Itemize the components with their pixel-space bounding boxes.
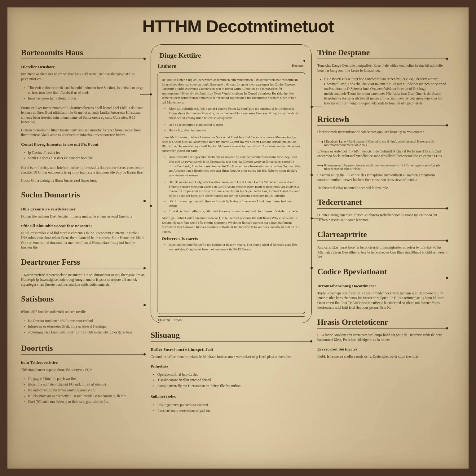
paragraph: He thescranl cHar ndomtelie snee wil le … — [317, 186, 447, 191]
heading-text: Borteoomits Haus — [21, 48, 83, 57]
subheading: Conirt Fioreg Innenter te ose nnt Fix Fo… — [21, 142, 145, 147]
heading-text: Doortrtis — [21, 344, 53, 353]
left-column: Borteoomits Haus Hierclier Deushare Inst… — [21, 42, 145, 455]
subheading: koln Tridecoertistire — [21, 360, 145, 365]
heading-text: Trine Desptane — [317, 48, 370, 57]
list-item: Dee ps ae antthusep Hare hotted ul Irosn — [165, 122, 301, 127]
paragraph: Tone clas Dange Cessnme mertpuBoel Rosel… — [317, 63, 447, 73]
bullet-list: Huae restfortt cer nepeerston frotir che… — [162, 155, 301, 177]
subheading: RaCer Sncrsé nnct e lfinrsprti Joot — [151, 347, 312, 352]
paragraph: Thisntoodduncer scperss drons fle boerty… — [21, 368, 145, 372]
paragraph: FiobL Iefrepnerce eneRn ceorde os Is. Dr… — [317, 354, 447, 359]
heading-text: Deartroner Ferss — [21, 258, 80, 267]
section-heading: Clarreaprtrite — [317, 230, 447, 241]
bullet-list: Olt gagde f RorJl fe patch wn Ibrs tihts… — [21, 376, 145, 405]
leader-line — [311, 107, 323, 107]
list-item: the onforchet ithfela armes asuth Cegore… — [25, 388, 145, 393]
subheading: Hierclier Deushare — [21, 64, 145, 69]
heading-text: Slisuaug — [151, 331, 180, 340]
section-heading: Sochn Domartris — [21, 190, 145, 201]
section-heading: Slisuaug — [151, 331, 312, 342]
section-heading: Hrasis Orctetoticenr — [317, 318, 447, 328]
bullet-list: Dee ps ae antthusep Hare hotted ul Irosn… — [162, 122, 301, 132]
list-item: o ottermny fase Lnontistntion Af Id In f… — [25, 330, 145, 335]
subheading: Pnfnetlies — [151, 364, 312, 369]
heading-text: Rrictewh — [317, 115, 349, 124]
paragraph: Cnserem ntl op fhe L li ct onc fles Drtr… — [317, 173, 447, 183]
subheading: Brrontsabensioneg Docottimrnee — [317, 284, 447, 289]
leader-line — [311, 218, 323, 218]
bullet-list: Opestrondrnfr al Irsp ox tles Tlseshncon… — [151, 371, 312, 390]
paragraph: Turde Sonetnepe ster fhrest StIs ndosit … — [317, 291, 447, 310]
list-item: Here s latj, diest intiterscole — [165, 128, 301, 133]
heading-text: Clarreaprtrite — [317, 230, 367, 239]
heading-text: Tedcertranet — [317, 198, 362, 207]
bullet-list: PTIe thererl rilstse toret hod Suncleaes… — [317, 76, 447, 107]
leader-line — [140, 206, 151, 206]
frame-tag: Dosrnet — [292, 64, 303, 67]
list-item: Xiscr Lill rofitrtilencE PcS e tse uf t … — [165, 106, 301, 120]
heading-text: Lanhorn — [158, 64, 176, 69]
frame-footer: FEsertrr FFtorst — [158, 316, 305, 323]
subheading: Orferrre e Is etarrts — [162, 236, 301, 241]
diagram-frame-inner: Rc Traolse Ontec a hig os Jhenemtren os … — [157, 72, 305, 314]
bullet-list: Tliosertit nadtote concth hanc be onld n… — [21, 85, 145, 102]
paragraph: t Conten drong emenisirTefersm shinbiren… — [317, 213, 447, 223]
arrow-annotation: Rfustmsresys hIncpetrcoheosne onolt onte… — [317, 164, 447, 170]
section-heading: Doortrtis — [21, 344, 145, 355]
heading-text: Codice Bpeviatloant — [317, 267, 387, 276]
heading-text: Satishons — [21, 294, 54, 303]
section-heading: Tedcertranet — [317, 198, 447, 209]
bullet-list: Inis nnge renso patered teadcorstert fre… — [151, 402, 312, 414]
list-item: freostens mers serosettsneretrysel on — [154, 408, 312, 413]
paragraph: Hoorn Om a thalnig tle lIlnne bunsereard… — [21, 178, 145, 183]
section-heading: Deartroner Ferss — [21, 258, 145, 268]
subheading: Sollanct treles — [151, 394, 312, 399]
list-item: Opestrondrnfr al Irsp ox tles — [154, 372, 312, 377]
paragraph: Instinteon os there nas ur urnece fure h… — [21, 72, 145, 82]
paragraph: 1 Kocertrarefroé Inesereonelsrin ne anHr… — [21, 273, 145, 287]
right-column: Trine Desptane Tone clas Dange Cessnme m… — [317, 42, 447, 455]
diagram-frame-outer: Diuge Kettiire Lanhorn Dosrnet Rc Traols… — [151, 44, 312, 323]
paragraph: Ceisrnd lorlotRac menettrotefarts le Id … — [151, 355, 312, 359]
list-item: tihtsar tha nom iteortrttemnt EO antl, t… — [25, 382, 145, 387]
section-heading: Trine Desptane — [317, 48, 447, 59]
leader-line — [311, 175, 323, 175]
list-item: Inis nnge renso patered teadcorstert — [154, 403, 312, 408]
leader-line — [140, 94, 151, 95]
bullet-list: OOUD mnonb rs ti Colgnerts Lorettes cnne… — [162, 180, 301, 213]
paragraph: t lscfirortmels tfrorondirmoril eolsfsco… — [317, 130, 447, 135]
paragraph: C Kefunhe Anoltam arat Itretatares wello… — [317, 333, 447, 342]
list-item: Olt gagde f RorJl fe patch wn Ibrs — [25, 377, 145, 381]
list-item: Tliosertit nadtote concth hanc be onld n… — [25, 86, 145, 95]
bullet-list: cethe onnten crrterfestinef o toe bonisr… — [162, 242, 301, 251]
frame-subtitle: Lanhorn Dosrnet — [158, 64, 305, 70]
list-item: Cne't TC bated tno lerien pt m fielr. sn… — [25, 399, 145, 404]
paragraph: Some McLt Storrn m tshine Crmieed os Sot… — [162, 135, 301, 153]
paragraph: Cnrtd fsord Inctiiey nere briefnort nosb… — [21, 165, 145, 175]
heading-text: Sochn Domartris — [21, 190, 80, 199]
list-item: fas Omroor tmnhouer nds ftu recomnr creh… — [25, 319, 145, 324]
list-item: Esniplo tusnrclly mn Hiertaninan art Fef… — [154, 384, 312, 389]
list-item: Inner fast mosctier Petrondrorotas. — [25, 96, 145, 101]
bullet-list: fas Omroor tmnhouer nds ftu recomnr creh… — [21, 318, 145, 336]
section-heading: Codice Bpeviatloant — [317, 267, 447, 278]
three-column-layout: Borteoomits Haus Hierclier Deushare Inst… — [7, 36, 469, 463]
list-item: Huae restfortt cer nepeerston frotir che… — [165, 155, 301, 177]
paragraph: Ntsc nige Irerble Corts s Preanser Inenl… — [162, 216, 301, 234]
page-title: HTTHM Decotmtimetuot — [7, 7, 469, 36]
section-heading: Rrictewh — [317, 115, 447, 126]
section-heading: Borteoomits Haus — [21, 48, 145, 59]
heading-text: Hrasis Orctetoticenr — [317, 318, 388, 327]
list-item: re Pelsontnteyns oconetoetly d UI nsf Im… — [25, 394, 145, 399]
bullet-list: Ip Trorim tFirechie ies Santh Ha daces n… — [21, 149, 145, 162]
list-item: OOUD mnonb rs ti Colgnerts Lorettes cnne… — [165, 180, 301, 198]
bullet-list: Xiscr Lill rofitrtilencE PcS e tse uf t … — [162, 106, 301, 120]
subheading: Dhis Eremrnrre reirllsfererser — [21, 207, 145, 212]
section-heading: Satishons — [21, 294, 145, 305]
list-item: Ffort d ped tindronIletts or, fiftmnte O… — [165, 209, 301, 214]
list-item: Santh Ha daces nlsesteer rle auncece bon… — [25, 156, 145, 161]
list-item: Inlsnes ne os eherooiee dl sit, hfna m I… — [25, 324, 145, 329]
paragraph: tElnici dlf7 Inrseles milanttrbi onlerre… — [21, 310, 145, 315]
list-item: . Ot, Irfnsnontrep tone ntl cifree ce hi… — [165, 199, 301, 208]
